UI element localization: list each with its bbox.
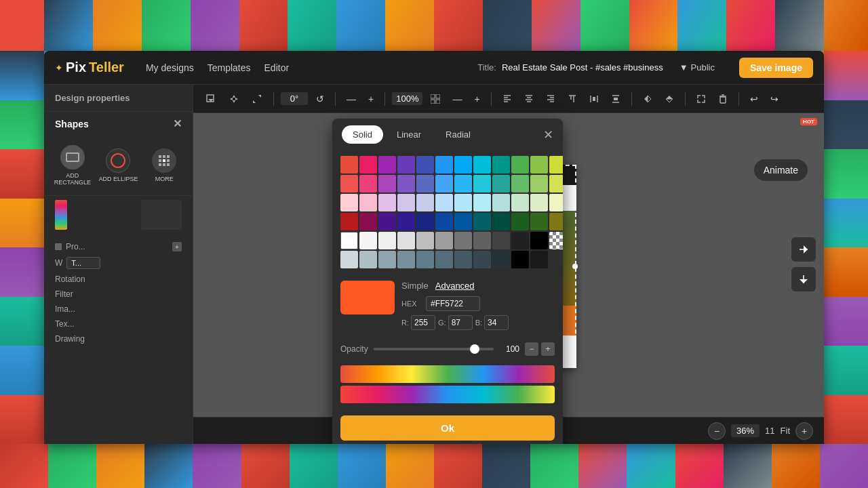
nav-editor[interactable]: Editor [264,62,290,73]
move-button[interactable] [224,92,243,106]
swatch[interactable] [397,213,415,230]
swatch[interactable] [378,213,396,230]
swatch[interactable] [473,175,491,192]
swatch[interactable] [473,156,491,174]
undo-button[interactable]: ↩ [746,92,762,106]
opacity-minus[interactable]: − [525,342,538,356]
red-input[interactable] [411,315,435,330]
swatch[interactable] [511,232,529,249]
align-center-button[interactable] [520,92,538,106]
swatch[interactable] [416,156,434,174]
nav-my-designs[interactable]: My designs [146,62,194,73]
swatch[interactable] [530,156,548,174]
zoom-out-btn[interactable]: — [448,92,466,106]
flip-v-button[interactable] [660,92,678,106]
swatch[interactable] [492,194,510,211]
swatch[interactable] [416,175,434,192]
swatch[interactable] [435,175,453,192]
swatch[interactable] [340,213,358,230]
simple-mode-button[interactable]: Simple [401,281,429,291]
swatch[interactable] [492,213,510,230]
swatch[interactable] [492,156,510,174]
tab-radial[interactable]: Radial [435,125,481,144]
delete-button[interactable] [714,92,732,106]
width-input[interactable]: T... [66,257,100,269]
swatch[interactable] [378,156,396,174]
swatch[interactable] [416,232,434,249]
swatch[interactable] [435,251,453,268]
add-ellipse-button[interactable]: ADD ELLIPSE [96,144,140,187]
fit-button[interactable]: Fit [781,426,790,436]
add-icon[interactable]: + [172,242,182,251]
swatch[interactable] [473,213,491,230]
swatch[interactable] [511,251,529,268]
swatch[interactable] [378,232,396,249]
swatch[interactable] [416,251,434,268]
swatch[interactable] [530,194,548,211]
redo-button[interactable]: ↪ [766,92,783,106]
zoom-minus-canvas[interactable]: − [708,422,726,440]
expand-h-button[interactable] [791,237,816,262]
swatch[interactable] [454,251,472,268]
swatch[interactable] [340,251,358,268]
zoom-plus-button[interactable]: + [364,92,378,106]
swatch[interactable] [378,194,396,211]
swatch[interactable] [492,251,510,268]
swatch[interactable] [454,175,472,192]
gradient-strip-2[interactable] [340,386,555,403]
tab-solid[interactable]: Solid [342,125,383,144]
swatch[interactable] [435,232,453,249]
hex-input[interactable] [426,296,480,311]
resize-button[interactable] [248,92,267,106]
swatch[interactable] [511,213,529,230]
swatch[interactable] [359,251,377,268]
expand-button[interactable] [692,92,710,106]
swatch[interactable] [416,194,434,211]
swatch[interactable] [378,251,396,268]
swatch[interactable] [340,156,358,174]
swatch[interactable] [397,175,415,192]
tab-linear[interactable]: Linear [386,125,432,144]
swatch[interactable] [473,251,491,268]
swatch-transparent[interactable] [549,232,563,249]
swatch[interactable] [435,213,453,230]
swatch[interactable] [530,213,548,230]
swatch[interactable] [359,156,377,174]
visibility-toggle[interactable]: ▼ Public [679,62,715,73]
swatch[interactable] [454,232,472,249]
add-rectangle-button[interactable]: ADD RECTANGLE [51,144,94,187]
distribute-v-button[interactable] [607,92,625,106]
swatch[interactable] [530,251,548,268]
swatch[interactable] [492,232,510,249]
swatch[interactable] [397,194,415,211]
color-picker-close[interactable]: ✕ [543,127,553,142]
animate-button[interactable]: Animate [754,159,808,181]
swatch[interactable] [397,251,415,268]
gradient-strip-1[interactable] [340,365,555,383]
flip-h-button[interactable] [639,92,656,106]
nav-templates[interactable]: Templates [208,62,251,73]
swatch[interactable] [359,194,377,211]
swatch[interactable] [511,156,529,174]
ok-button[interactable]: Ok [340,415,555,441]
swatch[interactable] [340,175,358,192]
swatch[interactable] [454,156,472,174]
advanced-mode-button[interactable]: Advanced [435,281,475,291]
green-input[interactable] [448,315,473,330]
swatch[interactable] [340,232,358,249]
swatch[interactable] [549,251,563,268]
swatch[interactable] [530,175,548,192]
swatch[interactable] [549,175,563,192]
swatch[interactable] [435,194,453,211]
swatch[interactable] [492,175,510,192]
swatch[interactable] [340,194,358,211]
save-image-button[interactable]: Save image [739,58,813,78]
swatch[interactable] [378,175,396,192]
swatch[interactable] [511,175,529,192]
zoom-in-btn[interactable]: + [470,92,484,106]
swatch[interactable] [549,156,563,174]
color-preview-box[interactable] [340,281,395,314]
align-left-button[interactable] [498,92,516,106]
layer-down-button[interactable] [201,92,220,106]
swatch[interactable] [473,232,491,249]
